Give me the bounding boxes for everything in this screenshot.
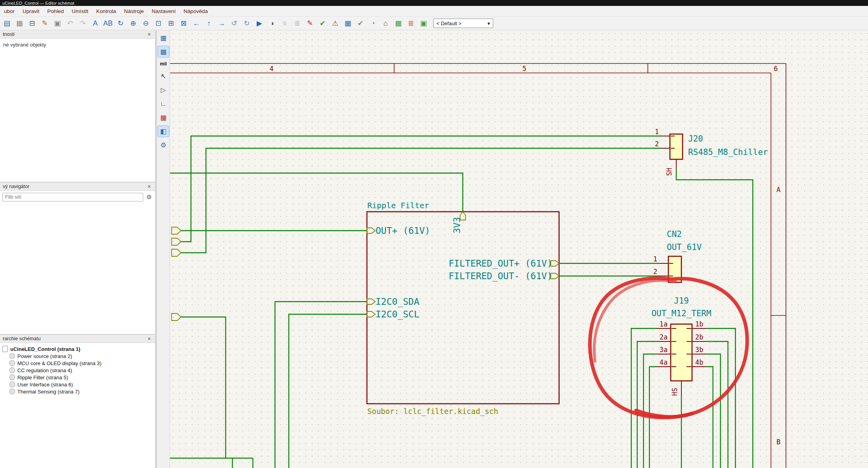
net-navigator-titlebar[interactable]: vý navigátor × [0,183,155,191]
menu-napoveda[interactable]: Nápověda [180,6,212,16]
hierarchy-item-power-source[interactable]: Power source (strana 2) [0,352,155,360]
hierarchy-item-cc-regulation[interactable]: CC regulation (strana 4) [0,367,155,374]
toolbar-icon-glyph: ↑ [207,19,211,28]
undo-icon[interactable]: ↶ [64,18,76,29]
nav-up-icon[interactable]: ↑ [203,18,215,29]
hierarchy-item-mcu-core[interactable]: MCU core & OLED display (strana 3) [0,360,155,367]
sheet-pin-filtered-minus-label: FILTERED_OUT- (61V) [449,271,552,282]
j19-shield-pin-label: HS [671,388,679,396]
menu-nastroje[interactable]: Nástroje [120,6,148,16]
probe-tool-icon[interactable]: ▷ [158,84,169,95]
window-titlebar[interactable]: uCineLED_Control — Editor schémat [0,0,868,6]
refresh-icon[interactable]: ↻ [114,18,127,29]
zoom-page-icon[interactable]: ⊞ [165,18,177,29]
hierarchy-item-label: User Interface (strana 6) [17,382,73,388]
menu-soubor[interactable]: ubor [0,6,19,16]
erc-warnings-icon[interactable]: ⚠ [329,18,341,29]
connector-j19[interactable]: 1a 2a 3a 4a 1b 2b 3b 4b HS J19 OUT_M12_T… [651,296,711,396]
net-navigator-panel: vý navigátor × ⚙ [0,183,155,335]
sheet-ripple-filter[interactable]: Ripple Filter Soubor: lclc_filter.kicad_… [367,201,559,416]
toolstrip-icon-glyph: ◧ [160,127,166,136]
properties-panel-titlebar[interactable]: tnosti × [0,30,155,39]
hierarchy-item-user-interface[interactable]: User Interface (strana 6) [0,381,155,388]
j19-value: OUT_M12_TERM [651,309,711,318]
close-icon[interactable]: × [146,336,152,341]
annotate-icon[interactable]: ✎ [304,18,316,29]
toolstrip-icon-glyph: ⚙ [160,141,166,149]
menu-nastaveni[interactable]: Nastavení [148,6,180,16]
symbol-fields-icon[interactable]: ▦ [342,18,354,29]
canvas-toolstrip: ▦ ▩ mil ↖ ▷ ∟ ▦ ◧ ⚙ [157,30,170,468]
hierarchy-children: Power source (strana 2) MCU core & OLED … [0,352,155,395]
highlight-net-icon[interactable]: ▣ [417,18,430,29]
assign-footprints-icon[interactable]: ⌂ [380,18,392,29]
connector-cn2[interactable]: 1 2 CN2 OUT_61V [653,229,702,282]
find-replace-icon[interactable]: AB [102,18,114,29]
enter-sheet-icon[interactable]: ▶ [253,18,266,29]
distribute-elements-icon[interactable]: ≣ [291,18,303,29]
bom-icon[interactable]: ≣ [405,18,417,29]
plot-icon[interactable]: ✎ [39,18,51,29]
properties-panel-toggle[interactable]: ◧ [158,126,169,137]
hierarchy-item-ripple-filter[interactable]: Ripple Filter (strana 5) [0,374,155,381]
toolstrip-icon-glyph: ∟ [160,100,167,108]
align-elements-icon[interactable]: ≡ [279,18,291,29]
net-filter-input[interactable] [2,193,143,201]
erc-icon[interactable]: ✔ [316,18,329,29]
close-icon[interactable]: × [146,184,152,189]
nav-forward-icon[interactable]: → [215,18,228,29]
j20-shield-pin-label: SH [665,168,673,176]
toolbar-icon-glyph: ⊡ [155,19,161,28]
grid-settings-icon[interactable]: ▦ [158,32,169,43]
hierarchy-root-item[interactable]: uCineLED_Control (strana 1) [0,345,155,352]
hierarchy-item-label: CC regulation (strana 4) [17,367,72,373]
symbol-fields-table-icon[interactable]: ▦ [158,112,169,123]
net-tools-icon[interactable]: ⚙ [158,140,169,151]
mirror-icon[interactable]: ◑ [266,18,278,29]
undo-list-icon[interactable]: ↺ [228,18,240,29]
j19-reference: J19 [674,296,689,306]
redo-icon[interactable]: ↷ [77,18,89,29]
save-icon[interactable]: ▤ [1,18,13,29]
frame-col-6: 6 [774,65,778,73]
menu-kontrola[interactable]: Kontrola [92,6,120,16]
close-icon[interactable]: × [146,32,152,37]
hierarchy-item-thermal-sensing[interactable]: Thermal Sensing (strana 7) [0,388,155,395]
hierarchy-titlebar[interactable]: rarchie schématu × [0,335,155,343]
redo-list-icon[interactable]: ↻ [241,18,253,29]
zoom-selection-icon[interactable]: ⊠ [178,18,190,29]
toolbar-icon-glyph: ↻ [118,19,123,28]
ortho-mode-icon[interactable]: ∟ [158,98,169,109]
sheet-icon [2,346,8,352]
paste-icon[interactable]: ▣ [51,18,64,29]
symbol-check-icon[interactable]: ✔ [354,18,367,29]
toolbar-icon-glyph: ✔ [357,19,363,28]
simulator-icon[interactable]: ◔ [367,18,379,29]
net-class-selector[interactable]: < Default > ▾ [433,19,493,28]
toolbar-icon-glyph: ▣ [54,19,61,28]
gear-icon[interactable]: ⚙ [146,194,153,201]
grid-overrides-icon[interactable]: ▩ [158,46,169,57]
nav-back-icon[interactable]: ← [190,18,202,29]
toolbar-icon-glyph: ≡ [282,19,287,28]
connector-j20[interactable]: 1 2 SH J20 RS485_M8_Chiller [655,128,768,176]
properties-panel-title: tnosti [3,32,15,37]
cursor-style-icon[interactable]: ↖ [158,71,169,82]
edit-table-icon[interactable]: ▦ [392,18,404,29]
menu-upravit[interactable]: Upravit [19,6,43,16]
net-class-value: < Default > [436,21,462,26]
hier-label-arrows[interactable] [172,227,181,321]
menu-pohled[interactable]: Pohled [43,6,68,16]
find-icon[interactable]: A [89,18,101,29]
subsheet-icon [9,360,15,366]
zoom-fit-icon[interactable]: ⊡ [152,18,165,29]
hierarchy-item-label: Power source (strana 2) [17,353,72,359]
print-icon[interactable]: ⊟ [26,18,38,29]
schematic-canvas[interactable]: 4 5 6 A B Ripple Filter Soubor: lclc_fil… [170,30,868,468]
zoom-out-icon[interactable]: ⊖ [140,18,152,29]
zoom-in-icon[interactable]: ⊕ [127,18,139,29]
j19-pin-4a-number: 4a [660,358,668,366]
page-setup-icon[interactable]: ▦ [13,18,26,29]
units-mil-button[interactable]: mil [158,60,169,68]
menu-umistit[interactable]: Umístit [68,6,92,16]
